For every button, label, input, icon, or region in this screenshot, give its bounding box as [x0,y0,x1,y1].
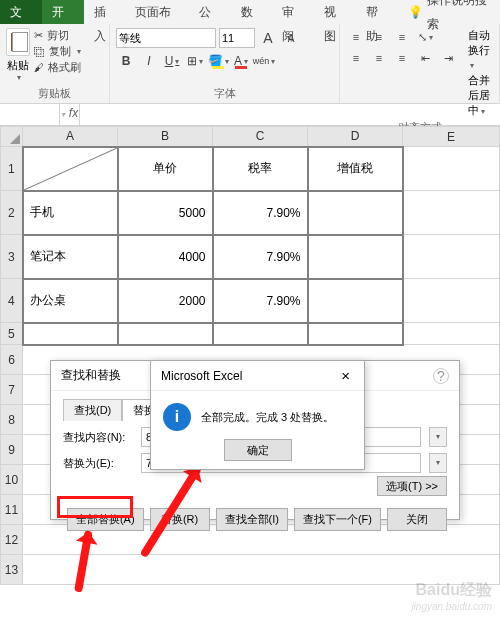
paste-label: 粘贴 [7,58,29,73]
cell-e4[interactable] [403,279,500,323]
fill-color-button[interactable]: 🪣 [208,51,228,71]
row-header-10[interactable]: 10 [1,465,23,495]
find-dialog-title: 查找和替换 [61,367,121,384]
watermark-url: jingyan.baidu.com [411,601,492,612]
paste-dropdown-icon[interactable] [15,73,21,82]
col-header-c[interactable]: C [213,127,308,147]
cell-d5[interactable] [308,323,403,345]
format-painter-button[interactable]: 格式刷 [34,60,81,75]
find-tab[interactable]: 查找(D) [63,399,122,421]
row-header-11[interactable]: 11 [1,495,23,525]
underline-button[interactable]: U [162,51,182,71]
cell-b3[interactable]: 4000 [118,235,213,279]
cell-a3[interactable]: 笔记本 [23,235,118,279]
replace-all-button[interactable]: 全部替换(A) [67,508,144,531]
row-header-13[interactable]: 13 [1,555,23,585]
close-icon[interactable]: × [337,367,354,384]
ok-button[interactable]: 确定 [224,439,292,461]
col-header-d[interactable]: D [308,127,403,147]
close-button[interactable]: 关闭 [387,508,447,531]
cell-b1[interactable]: 单价 [118,147,213,191]
formula-input[interactable] [80,104,500,125]
decrease-indent-button[interactable]: ⇤ [415,49,435,67]
find-what-dropdown-icon[interactable]: ▾ [429,427,447,447]
cell-a1[interactable] [23,147,118,191]
col-header-b[interactable]: B [118,127,213,147]
tab-review[interactable]: 审阅 [272,0,314,24]
increase-font-button[interactable]: A [258,28,278,48]
align-left-button[interactable]: ≡ [346,49,366,67]
tab-formulas[interactable]: 公式 [189,0,231,24]
tab-data[interactable]: 数据 [231,0,273,24]
row-header-7[interactable]: 7 [1,375,23,405]
cell-a2[interactable]: 手机 [23,191,118,235]
tab-help[interactable]: 帮助 [356,0,398,24]
cell-d3[interactable] [308,235,403,279]
row-header-3[interactable]: 3 [1,235,23,279]
fx-icon[interactable]: fx [60,104,80,125]
row-header-2[interactable]: 2 [1,191,23,235]
tab-view[interactable]: 视图 [314,0,356,24]
cell-a4[interactable]: 办公桌 [23,279,118,323]
orientation-button[interactable]: ⤡ [415,28,435,46]
cell-row13[interactable] [23,555,500,585]
phonetic-button[interactable]: wén [254,51,274,71]
cut-button[interactable]: 剪切 [34,28,81,43]
col-header-a[interactable]: A [23,127,118,147]
replace-with-dropdown-icon[interactable]: ▾ [429,453,447,473]
replace-button[interactable]: 替换(R) [150,508,210,531]
tab-page-layout[interactable]: 页面布局 [125,0,189,24]
ribbon-tabs: 文件 开始 插入 页面布局 公式 数据 审阅 视图 帮助 💡 操作说明搜索 [0,0,500,24]
help-icon[interactable]: ? [433,368,449,384]
options-button[interactable]: 选项(T) >> [377,476,447,496]
cell-b5[interactable] [118,323,213,345]
tab-insert[interactable]: 插入 [84,0,126,24]
italic-button[interactable]: I [139,51,159,71]
tell-me[interactable]: 💡 操作说明搜索 [398,0,500,24]
tab-home[interactable]: 开始 [42,0,84,24]
tab-file[interactable]: 文件 [0,0,42,24]
cell-b2[interactable]: 5000 [118,191,213,235]
align-bottom-button[interactable]: ≡ [392,28,412,46]
wrap-text-button[interactable]: 自动换行 [468,28,493,70]
font-color-button[interactable]: A [231,51,251,71]
cell-d4[interactable] [308,279,403,323]
align-middle-button[interactable]: ≡ [369,28,389,46]
cell-d1[interactable]: 增值税 [308,147,403,191]
decrease-font-button[interactable]: A [281,28,301,48]
cell-e3[interactable] [403,235,500,279]
align-right-button[interactable]: ≡ [392,49,412,67]
cell-b4[interactable]: 2000 [118,279,213,323]
cell-c5[interactable] [213,323,308,345]
border-button[interactable]: ⊞ [185,51,205,71]
cell-c3[interactable]: 7.90% [213,235,308,279]
cell-c1[interactable]: 税率 [213,147,308,191]
font-size-combo[interactable] [219,28,255,48]
col-header-e[interactable]: E [403,127,500,147]
cell-e1[interactable] [403,147,500,191]
paste-button[interactable]: 粘贴 [6,28,30,84]
cell-c2[interactable]: 7.90% [213,191,308,235]
row-header-9[interactable]: 9 [1,435,23,465]
cell-d2[interactable] [308,191,403,235]
row-header-6[interactable]: 6 [1,345,23,375]
row-header-1[interactable]: 1 [1,147,23,191]
increase-indent-button[interactable]: ⇥ [438,49,458,67]
cell-a5[interactable] [23,323,118,345]
row-header-4[interactable]: 4 [1,279,23,323]
find-all-button[interactable]: 查找全部(I) [216,508,288,531]
find-next-button[interactable]: 查找下一个(F) [294,508,381,531]
select-all-button[interactable] [1,127,23,147]
row-header-8[interactable]: 8 [1,405,23,435]
bold-button[interactable]: B [116,51,136,71]
cell-c4[interactable]: 7.90% [213,279,308,323]
row-header-5[interactable]: 5 [1,323,23,345]
cell-e2[interactable] [403,191,500,235]
row-header-12[interactable]: 12 [1,525,23,555]
name-box[interactable] [0,104,60,125]
font-name-combo[interactable] [116,28,216,48]
copy-button[interactable]: 复制 [34,44,81,59]
align-top-button[interactable]: ≡ [346,28,366,46]
cell-e5[interactable] [403,323,500,345]
align-center-button[interactable]: ≡ [369,49,389,67]
